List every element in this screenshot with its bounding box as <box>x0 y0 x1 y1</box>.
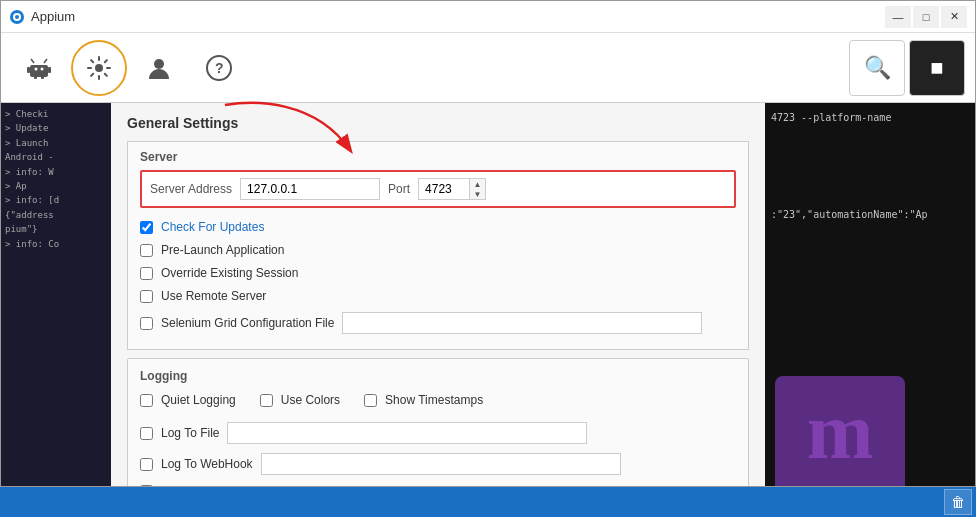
search-button[interactable]: 🔍 <box>849 40 905 96</box>
log-to-file-row: Log To File <box>140 420 736 446</box>
appium-icon <box>9 9 25 25</box>
server-address-input[interactable] <box>240 178 380 200</box>
show-timestamps-checkbox[interactable] <box>364 394 377 407</box>
log-to-webhook-input[interactable] <box>261 453 621 475</box>
close-button[interactable]: ✕ <box>941 6 967 28</box>
svg-text:?: ? <box>215 60 224 76</box>
m-decoration: m <box>775 376 905 486</box>
log-line: > Checki > Update > Launch Android - > i… <box>5 107 107 251</box>
port-label: Port <box>388 182 410 196</box>
check-updates-label: Check For Updates <box>161 220 264 234</box>
log-to-webhook-row: Log To WebHook <box>140 451 736 477</box>
use-local-tz-label: Use Local Timezone <box>161 484 270 486</box>
svg-rect-5 <box>48 67 51 73</box>
android-button[interactable] <box>11 40 67 96</box>
window-controls: — □ ✕ <box>885 6 967 28</box>
override-session-row: Override Existing Session <box>140 264 736 282</box>
right-panel-text: 4723 --platform-name :"23","automationNa… <box>765 103 975 229</box>
logging-row-1: Quiet Logging Use Colors Show Timestamps <box>140 391 736 414</box>
port-down-button[interactable]: ▼ <box>470 189 485 199</box>
svg-rect-7 <box>41 75 44 79</box>
svg-point-13 <box>154 59 164 69</box>
svg-point-8 <box>35 67 38 70</box>
log-panel: > Checki > Update > Launch Android - > i… <box>1 103 111 486</box>
svg-rect-3 <box>30 65 48 77</box>
title-bar-left: Appium <box>9 9 75 25</box>
check-updates-row: Check For Updates <box>140 218 736 236</box>
title-bar: Appium — □ ✕ <box>1 1 975 33</box>
pre-launch-label: Pre-Launch Application <box>161 243 284 257</box>
main-window: Appium — □ ✕ <box>0 0 976 487</box>
selenium-grid-label: Selenium Grid Configuration File <box>161 316 334 330</box>
svg-point-2 <box>15 15 19 19</box>
override-session-label: Override Existing Session <box>161 266 298 280</box>
log-to-webhook-label: Log To WebHook <box>161 457 253 471</box>
right-panel-line2: :"23","automationName":"Ap <box>771 206 969 223</box>
check-updates-checkbox[interactable] <box>140 221 153 234</box>
svg-rect-6 <box>34 75 37 79</box>
port-spinners: ▲ ▼ <box>469 179 485 199</box>
port-input-wrapper: ▲ ▼ <box>418 178 486 200</box>
port-up-button[interactable]: ▲ <box>470 179 485 189</box>
quiet-logging-label: Quiet Logging <box>161 393 236 407</box>
logging-title: Logging <box>140 369 736 383</box>
show-timestamps-row: Show Timestamps <box>364 391 483 409</box>
minimize-button[interactable]: — <box>885 6 911 28</box>
trash-button[interactable]: 🗑 <box>944 489 972 515</box>
quiet-logging-checkbox[interactable] <box>140 394 153 407</box>
taskbar: 🗑 <box>0 487 976 517</box>
window-title: Appium <box>31 9 75 24</box>
quiet-logging-row: Quiet Logging <box>140 391 236 409</box>
svg-rect-4 <box>27 67 30 73</box>
main-area: > Checki > Update > Launch Android - > i… <box>1 103 975 486</box>
server-address-label: Server Address <box>150 182 232 196</box>
svg-line-10 <box>31 59 34 63</box>
server-section-header: Server <box>140 150 736 164</box>
use-colors-label: Use Colors <box>281 393 340 407</box>
user-button[interactable] <box>131 40 187 96</box>
selenium-grid-input[interactable] <box>342 312 702 334</box>
selenium-grid-row: Selenium Grid Configuration File <box>140 310 736 336</box>
show-timestamps-label: Show Timestamps <box>385 393 483 407</box>
use-remote-row: Use Remote Server <box>140 287 736 305</box>
override-session-checkbox[interactable] <box>140 267 153 280</box>
use-local-tz-checkbox[interactable] <box>140 485 153 487</box>
use-colors-row: Use Colors <box>260 391 340 409</box>
right-panel: 4723 --platform-name :"23","automationNa… <box>765 103 975 486</box>
stop-button[interactable]: ■ <box>909 40 965 96</box>
server-section: Server Server Address Port ▲ ▼ <box>127 141 749 350</box>
log-to-webhook-checkbox[interactable] <box>140 458 153 471</box>
server-address-row: Server Address Port ▲ ▼ <box>140 170 736 208</box>
log-to-file-input[interactable] <box>227 422 587 444</box>
log-to-file-label: Log To File <box>161 426 219 440</box>
use-remote-label: Use Remote Server <box>161 289 266 303</box>
pre-launch-checkbox[interactable] <box>140 244 153 257</box>
use-local-tz-row: Use Local Timezone <box>140 482 736 486</box>
svg-line-11 <box>44 59 47 63</box>
right-panel-line1: 4723 --platform-name <box>771 109 969 126</box>
settings-panel: General Settings Server Server Address P… <box>111 103 765 486</box>
logging-section: Logging Quiet Logging Use Colors Show Ti… <box>127 358 749 486</box>
svg-point-12 <box>95 64 103 72</box>
settings-button[interactable] <box>71 40 127 96</box>
use-colors-checkbox[interactable] <box>260 394 273 407</box>
pre-launch-row: Pre-Launch Application <box>140 241 736 259</box>
toolbar: ? 🔍 ■ <box>1 33 975 103</box>
log-to-file-checkbox[interactable] <box>140 427 153 440</box>
use-remote-checkbox[interactable] <box>140 290 153 303</box>
svg-point-9 <box>41 67 44 70</box>
panel-title: General Settings <box>127 115 749 131</box>
port-input[interactable] <box>419 179 469 199</box>
help-button[interactable]: ? <box>191 40 247 96</box>
selenium-grid-checkbox[interactable] <box>140 317 153 330</box>
maximize-button[interactable]: □ <box>913 6 939 28</box>
